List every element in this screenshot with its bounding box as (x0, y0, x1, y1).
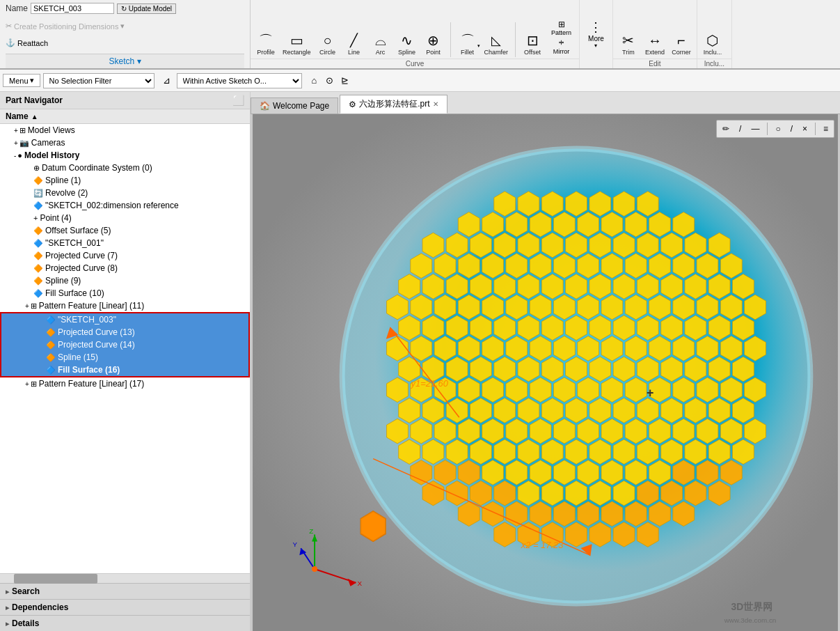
tree-expand-model-history[interactable]: - (14, 152, 16, 159)
tree-item-datum-cs[interactable]: ⊕Datum Coordinate System (0) (0, 162, 250, 174)
line-icon: ╱ (350, 34, 358, 48)
circle-tool[interactable]: ○ Circle (315, 31, 340, 57)
panel-title: Part Navigator (6, 95, 63, 105)
menu-button[interactable]: Menu ▾ (3, 74, 40, 87)
tree-expand-model-views[interactable]: + (14, 127, 18, 134)
tree-item-sketch003[interactable]: 🔷"SKETCH_003" (0, 312, 250, 326)
point-tool[interactable]: ⊕ Point (421, 31, 446, 57)
view-dash-btn[interactable]: — (747, 123, 763, 135)
tree-expand-pattern11[interactable]: + (25, 302, 29, 310)
tree-item-spline1[interactable]: 🔶Spline (1) (0, 174, 250, 187)
tree-item-model-history[interactable]: -●Model History (0, 149, 250, 162)
tree-item-point4[interactable]: +Point (4) (0, 212, 250, 224)
sketch-arrow: ▾ (137, 56, 141, 66)
tree-item-proj14[interactable]: 🔶Projected Curve (14) (0, 338, 250, 351)
tree-item-fill10[interactable]: 🔷Fill Surface (10) (0, 287, 250, 299)
tree-item-proj13[interactable]: 🔶Projected Curve (13) (0, 326, 250, 338)
tree-item-sketch001[interactable]: 🔷"SKETCH_001" (0, 237, 250, 249)
tree-item-proj8[interactable]: 🔶Projected Curve (8) (0, 262, 250, 274)
deps-arrow: ▸ (6, 604, 9, 611)
tree-item-sketch002[interactable]: 🔷"SKETCH_002:dimension reference (0, 199, 250, 212)
name-input[interactable] (31, 3, 114, 14)
line-tool[interactable]: ╱ Line (342, 33, 367, 57)
mirror-tool[interactable]: ⫩ Mirror (549, 38, 573, 56)
tree-item-spline9[interactable]: 🔶Spline (9) (0, 274, 250, 287)
chamfer-tool[interactable]: ◺ Chamfer (482, 33, 512, 57)
svg-text:x2 = 17.23: x2 = 17.23 (521, 540, 564, 550)
include-tool[interactable]: ⬡ Inclu... (700, 31, 725, 57)
offset-tool[interactable]: ⊡ Offset (520, 31, 545, 57)
details-section[interactable]: ▸ Details (0, 615, 250, 631)
tree-item-proj7[interactable]: 🔶Projected Curve (7) (0, 249, 250, 262)
trim-tool[interactable]: ✂ Trim (616, 31, 641, 57)
extend-tool[interactable]: ↔ Extend (642, 31, 667, 57)
search-label: Search (12, 586, 40, 596)
arc-tool[interactable]: ⌓ Arc (368, 31, 393, 57)
sketch-scope-select[interactable]: Within Active Sketch O... (177, 73, 302, 88)
snap-icon1[interactable]: ⌂ (308, 74, 322, 88)
pattern-tool[interactable]: ⊞ Pattern (549, 19, 573, 37)
tree-icon-spline15: 🔶 (46, 353, 56, 362)
view-menu-btn[interactable]: ≡ (820, 123, 832, 135)
more-tool[interactable]: ⋮ More ▾ (583, 18, 610, 50)
tree-item-cameras[interactable]: +📷Cameras (0, 137, 250, 149)
sketch-tab[interactable]: Sketch ▾ (6, 54, 244, 68)
view-divider1 (767, 123, 768, 135)
tree-label-sketch002: "SKETCH_002:dimension reference (45, 201, 179, 210)
trim-icon: ✂ (622, 33, 634, 48)
tree-icon-cameras: 📷 (19, 139, 29, 148)
tree-item-pattern17[interactable]: +⊞Pattern Feature [Linear] (17) (0, 377, 250, 390)
search-section[interactable]: ▸ Search (0, 583, 250, 599)
scroll-thumb[interactable] (14, 574, 97, 584)
snap-icon2[interactable]: ⊙ (323, 74, 337, 88)
tree-expand-pattern17[interactable]: + (25, 380, 29, 388)
reattach-row[interactable]: ⚓ Reattach (6, 38, 244, 47)
dependencies-section[interactable]: ▸ Dependencies (0, 599, 250, 615)
circle-icon: ○ (323, 33, 331, 48)
tree-item-fill16[interactable]: 🔷Fill Surface (16) (0, 364, 250, 377)
tree-icon-pattern17: ⊞ (31, 380, 37, 389)
viewport[interactable]: y1=21.60 x2 = 17.23 + Z X (251, 114, 840, 631)
fillet-tool[interactable]: ⌒ Fillet ▾ (455, 31, 480, 57)
offset-icon: ⊡ (527, 33, 539, 48)
tree-item-spline15[interactable]: 🔶Spline (15) (0, 351, 250, 364)
part-tab-icon: ⚙ (349, 100, 356, 109)
spline-tool[interactable]: ∿ Spline (395, 31, 420, 57)
corner-tool[interactable]: ⌐ Corner (669, 31, 694, 57)
selection-filter-select[interactable]: No Selection Filter (43, 73, 154, 88)
tree-label-sketch003: "SKETCH_003" (58, 315, 116, 325)
pattern-label: Pattern (551, 29, 571, 36)
view-slash-btn[interactable]: / (736, 123, 745, 135)
svg-text:Z: Z (309, 527, 313, 535)
tree-item-revolve2[interactable]: 🔄Revolve (2) (0, 187, 250, 199)
tree-item-offset5[interactable]: 🔶Offset Surface (5) (0, 224, 250, 237)
view-pencil-btn[interactable]: ✏ (719, 123, 733, 135)
horizontal-scrollbar[interactable] (0, 573, 250, 583)
svg-text:3D世界网: 3D世界网 (731, 601, 773, 612)
tree-icon-fill10: 🔷 (33, 289, 43, 298)
tree-item-model-views[interactable]: +⊞Model Views (0, 124, 250, 137)
tree-icon-spline9: 🔶 (33, 276, 43, 286)
point-icon: ⊕ (427, 33, 439, 48)
tree-icon-proj7: 🔶 (33, 251, 43, 260)
update-model-button[interactable]: ↻ Update Model (117, 3, 176, 14)
view-x-btn[interactable]: × (799, 123, 811, 135)
tree-expand-cameras[interactable]: + (14, 139, 18, 147)
corner-icon: ⌐ (677, 33, 686, 48)
tree-area[interactable]: +⊞Model Views+📷Cameras-●Model History ⊕D… (0, 124, 250, 573)
tab-welcome[interactable]: 🏠 Welcome Page (251, 98, 338, 114)
name-column-header: Name ▲ (0, 109, 250, 124)
panel-expand-button[interactable]: ⬜ (232, 95, 244, 106)
tree-icon-sketch001: 🔷 (33, 239, 43, 248)
tree-label-spline1: Spline (1) (45, 176, 81, 185)
tab-part[interactable]: ⚙ 六边形算法特征.prt ✕ (340, 95, 447, 114)
snap-icon3[interactable]: ⊵ (338, 74, 352, 88)
tree-item-pattern11[interactable]: +⊞Pattern Feature [Linear] (11) (0, 299, 250, 312)
view-circle-btn[interactable]: ○ (772, 123, 784, 135)
part-tab-close[interactable]: ✕ (433, 100, 438, 108)
filter-icon[interactable]: ⊿ (160, 74, 174, 88)
toolbar2: Menu ▾ No Selection Filter ⊿ Within Acti… (0, 70, 840, 92)
rectangle-tool[interactable]: ▭ Rectangle (280, 31, 314, 57)
view-slash2-btn[interactable]: / (787, 123, 796, 135)
profile-tool[interactable]: ⌒ Profile (253, 31, 278, 57)
